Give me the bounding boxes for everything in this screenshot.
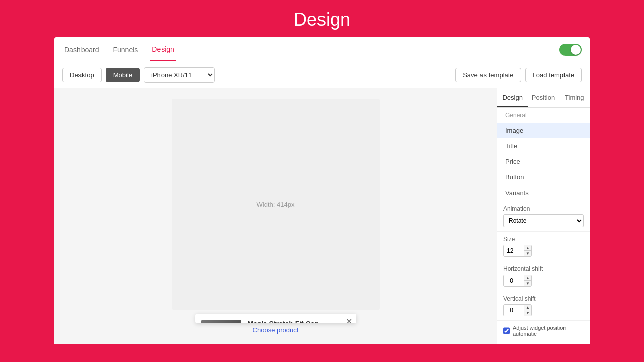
- nav-item-dashboard[interactable]: Dashboard: [62, 39, 101, 61]
- vshift-down-button[interactable]: ▼: [524, 310, 531, 316]
- vshift-up-button[interactable]: ▲: [524, 305, 531, 310]
- size-field: Size ▲ ▼: [497, 232, 590, 261]
- nav-item-design[interactable]: Design: [150, 38, 176, 61]
- horizontal-shift-number: ▲ ▼: [503, 275, 532, 287]
- animation-select[interactable]: Rotate None Fade Slide: [503, 214, 584, 227]
- section-item-variants[interactable]: Variants: [497, 185, 590, 201]
- animation-field: Animation Rotate None Fade Slide: [497, 201, 590, 232]
- close-card-button[interactable]: ✕: [346, 318, 352, 323]
- product-card-inner: Men's Stretch Fit Cap $20.63 $32.69 Buy …: [195, 314, 356, 323]
- general-header: General: [497, 108, 590, 123]
- vertical-shift-field: Vertical shift ▲ ▼: [497, 291, 590, 321]
- nav-left: Dashboard Funnels Design: [62, 38, 176, 61]
- product-image-inner: [201, 320, 242, 323]
- app-container: Dashboard Funnels Design Desktop Mobile …: [54, 37, 590, 344]
- right-panel: Design Position Timing General Image Tit…: [497, 88, 590, 344]
- hshift-down-button[interactable]: ▼: [524, 281, 531, 286]
- mobile-frame: Width: 414px: [172, 99, 380, 310]
- size-label: Size: [503, 236, 584, 243]
- desktop-view-button[interactable]: Desktop: [62, 68, 102, 82]
- tab-timing[interactable]: Timing: [559, 88, 590, 107]
- section-item-image[interactable]: Image: [497, 123, 590, 138]
- canvas-area: Width: 414px ✕: [54, 88, 497, 344]
- toolbar-left: Desktop Mobile iPhone XR/11 iPhone 12 Sa…: [62, 67, 215, 83]
- product-info: Men's Stretch Fit Cap $20.63 $32.69 Buy …: [248, 320, 350, 323]
- hshift-up-button[interactable]: ▲: [524, 275, 531, 281]
- load-template-button[interactable]: Load template: [525, 68, 582, 82]
- vertical-shift-spinners: ▲ ▼: [524, 305, 531, 316]
- vertical-shift-row: ▲ ▼: [503, 304, 584, 316]
- page-title: Design: [0, 9, 644, 30]
- tab-position[interactable]: Position: [528, 88, 558, 107]
- section-items: Image Title Price Button Variants: [497, 123, 590, 201]
- adjust-widget-checkbox[interactable]: [503, 327, 510, 334]
- size-spinners: ▲ ▼: [524, 245, 531, 256]
- product-name: Men's Stretch Fit Cap: [248, 320, 350, 323]
- vertical-shift-input[interactable]: [504, 305, 524, 316]
- nav-item-funnels[interactable]: Funnels: [111, 39, 140, 61]
- device-select[interactable]: iPhone XR/11 iPhone 12 Samsung Galaxy: [144, 67, 215, 83]
- horizontal-shift-input[interactable]: [504, 275, 524, 286]
- product-image: [201, 320, 242, 323]
- size-up-button[interactable]: ▲: [524, 245, 531, 251]
- main-content: Width: 414px ✕: [54, 88, 590, 344]
- horizontal-shift-spinners: ▲ ▼: [524, 275, 531, 286]
- animation-label: Animation: [503, 205, 584, 212]
- toggle-switch[interactable]: [559, 44, 582, 56]
- horizontal-shift-field: Horizontal shift ▲ ▼: [497, 261, 590, 291]
- mobile-view-button[interactable]: Mobile: [106, 68, 140, 82]
- adjust-widget-label: Adjust widget position automatic: [513, 325, 584, 337]
- product-card: ✕ Men's: [195, 314, 356, 323]
- section-item-title[interactable]: Title: [497, 138, 590, 154]
- section-item-button[interactable]: Button: [497, 169, 590, 185]
- size-number: ▲ ▼: [503, 245, 532, 257]
- vertical-shift-label: Vertical shift: [503, 295, 584, 302]
- size-row: ▲ ▼: [503, 245, 584, 257]
- tab-design[interactable]: Design: [497, 88, 528, 107]
- section-item-price[interactable]: Price: [497, 154, 590, 169]
- size-input[interactable]: [504, 245, 524, 256]
- page-header: Design: [0, 0, 644, 37]
- button-shape-field: Button shape: [497, 341, 590, 344]
- width-label: Width: 414px: [257, 201, 295, 208]
- size-down-button[interactable]: ▼: [524, 251, 531, 256]
- panel-tabs: Design Position Timing: [497, 88, 590, 108]
- adjust-widget-row: Adjust widget position automatic: [497, 321, 590, 341]
- choose-product-link[interactable]: Choose product: [253, 326, 299, 334]
- horizontal-shift-row: ▲ ▼: [503, 275, 584, 287]
- toolbar-right: Save as template Load template: [455, 68, 582, 82]
- horizontal-shift-label: Horizontal shift: [503, 265, 584, 273]
- save-template-button[interactable]: Save as template: [455, 68, 521, 82]
- vertical-shift-number: ▲ ▼: [503, 304, 532, 316]
- panel-section: General Image Title Price Button Variant…: [497, 108, 590, 344]
- nav-bar: Dashboard Funnels Design: [54, 37, 590, 62]
- animation-row: Rotate None Fade Slide: [503, 214, 584, 227]
- toolbar: Desktop Mobile iPhone XR/11 iPhone 12 Sa…: [54, 62, 590, 88]
